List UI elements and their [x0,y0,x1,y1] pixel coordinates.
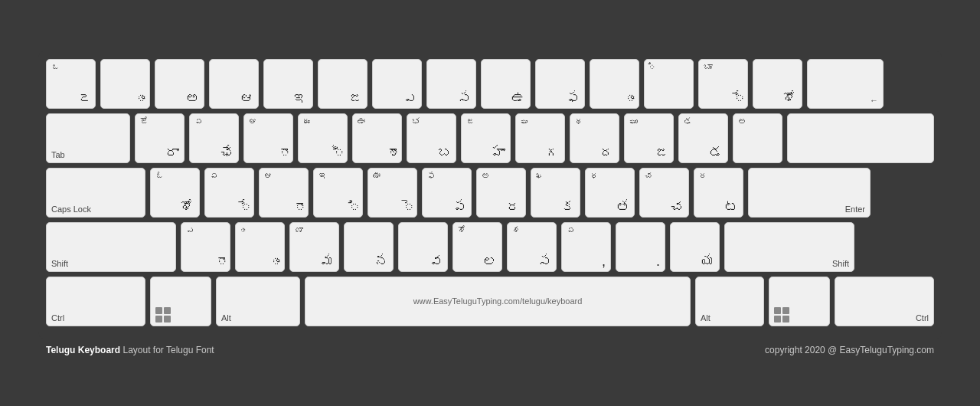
key-j[interactable]: అ ర [476,168,526,218]
key-row-3: Caps Lock ఓ శో ఏ ే ఆ ా ఇ ి ఊ ె [46,168,934,218]
shift-left-key[interactable]: Shift [46,222,176,272]
key-row-4: Shift ఎ ా ం ం ణా మ న వ శో ల [46,222,934,272]
keyboard: ఒ ౽ ం అ ఆ ఇ జ ఎ స [38,51,942,339]
win-right-key[interactable] [769,277,830,326]
key-y[interactable]: భ బ [407,113,456,163]
enter-key[interactable]: Enter [748,168,871,218]
key-2[interactable]: అ [155,59,204,109]
key-u[interactable]: జ హా [461,113,511,163]
footer-left: Telugu Keyboard Layout for Telugu Font [46,345,214,355]
key-backslash[interactable]: శో [753,59,802,109]
windows-icon-right [774,307,789,323]
key-r[interactable]: ఈ ీ [298,113,348,163]
key-9[interactable]: ఫ [535,59,585,109]
windows-icon-left [155,307,171,323]
shift-right-key[interactable]: Shift [724,222,854,272]
key-o[interactable]: థ ద [570,113,619,163]
win-left-key[interactable] [150,277,211,326]
key-x[interactable]: ం ం [235,222,285,272]
key-e[interactable]: ఆ ా [243,113,293,163]
key-quote[interactable]: ర ట [694,168,743,218]
key-equals[interactable]: బూ ే [698,59,748,109]
key-row-2: Tab జో రా ఏ ఛే ఆ ా ఈ ీ ఊ ూా [46,113,934,163]
enter-key-top[interactable] [787,113,934,163]
key-period[interactable]: . [616,222,665,272]
footer-right: copyright 2020 @ EasyTeluguTyping.com [765,345,934,355]
key-semicolon[interactable]: చ చ [639,168,689,218]
key-comma[interactable]: ఏ , [561,222,611,272]
key-backtick[interactable]: ఒ ౽ [46,59,96,109]
key-row-5: Ctrl Alt www.EasyTeluguTyping.com/telugu… [46,277,934,326]
alt-left-key[interactable]: Alt [216,277,300,326]
keyboard-footer: Telugu Keyboard Layout for Telugu Font c… [38,345,942,355]
key-bracket-close[interactable]: అ [733,113,782,163]
alt-right-key[interactable]: Alt [695,277,764,326]
key-w[interactable]: ఏ ఛే [189,113,239,163]
key-c[interactable]: ణా మ [289,222,339,272]
key-k[interactable]: ఖ క [531,168,580,218]
spacebar-key[interactable]: www.EasyTeluguTyping.com/telugu/keyboard [305,277,691,326]
tab-key[interactable]: Tab [46,113,130,163]
key-s[interactable]: ఏ ే [204,168,254,218]
key-h[interactable]: ఫ ప [422,168,472,218]
key-slash[interactable]: య [670,222,720,272]
key-i[interactable]: ఘ గ [515,113,565,163]
ctrl-right-key[interactable]: Ctrl [835,277,934,326]
key-3[interactable]: ఆ [209,59,259,109]
key-m[interactable]: శ స [507,222,557,272]
key-p[interactable]: ఘు జ [624,113,674,163]
key-b[interactable]: వ [398,222,448,272]
backspace-key[interactable]: ← [807,59,884,109]
key-d[interactable]: ఆ ా [259,168,309,218]
key-q[interactable]: జో రా [135,113,185,163]
key-a[interactable]: ఓ శో [150,168,200,218]
key-n[interactable]: శో ల [452,222,502,272]
key-t[interactable]: ఊ ూా [352,113,402,163]
key-1[interactable]: ం [100,59,150,109]
key-minus[interactable]: ి [644,59,694,109]
key-f[interactable]: ఇ ి [313,168,363,218]
key-g[interactable]: ఊ ె [368,168,417,218]
key-row-1: ఒ ౽ ం అ ఆ ఇ జ ఎ స [46,59,934,109]
key-z[interactable]: ఎ ా [181,222,230,272]
key-bracket-open[interactable]: ఢ డ [678,113,728,163]
keyboard-wrapper: ఒ ౽ ం అ ఆ ఇ జ ఎ స [38,36,942,371]
key-4[interactable]: ఇ [263,59,313,109]
key-8[interactable]: ఉ [481,59,531,109]
key-0[interactable]: ం [590,59,639,109]
key-5[interactable]: జ [318,59,368,109]
key-v[interactable]: న [344,222,394,272]
key-l[interactable]: థ త [585,168,635,218]
key-7[interactable]: స [426,59,476,109]
key-6[interactable]: ఎ [372,59,422,109]
caps-lock-key[interactable]: Caps Lock [46,168,145,218]
ctrl-left-key[interactable]: Ctrl [46,277,145,326]
